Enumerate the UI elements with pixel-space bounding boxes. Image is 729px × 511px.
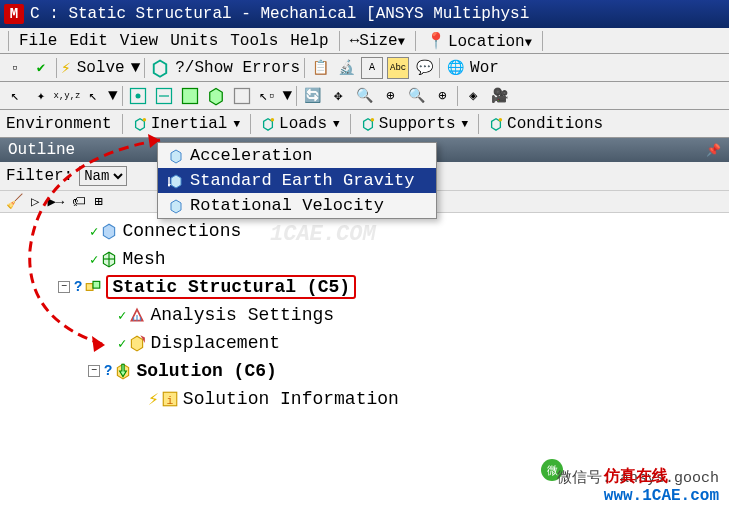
menu-units[interactable]: Units — [164, 32, 224, 50]
sel-dd[interactable]: ▼ — [283, 87, 293, 105]
svg-text:i: i — [166, 395, 173, 407]
watermark-center: 1CAE.COM — [270, 222, 376, 247]
svg-rect-5 — [182, 88, 197, 103]
dropdown-item-acceleration[interactable]: Acceleration — [158, 143, 436, 168]
svg-marker-0 — [154, 60, 167, 76]
wand-icon[interactable]: ✦ — [30, 85, 52, 107]
cursor-dd[interactable]: ▼ — [108, 87, 118, 105]
menu-size[interactable]: ↔Size▼ — [344, 32, 411, 50]
watermark-brand: 仿真在线 www.1CAE.com — [604, 466, 719, 505]
dropdown-item-rotational[interactable]: Rotational Velocity — [158, 193, 436, 218]
app-icon: M — [4, 4, 24, 24]
sel6-icon[interactable]: ↖▫ — [257, 85, 279, 107]
svg-point-15 — [499, 117, 503, 121]
menu-location[interactable]: 📍Location▼ — [420, 31, 538, 51]
conditions-button[interactable]: Conditions — [483, 115, 609, 133]
svg-marker-32 — [171, 175, 181, 188]
solution-icon — [114, 362, 132, 380]
inertial-dropdown: Acceleration Standard Earth Gravity Rota… — [157, 142, 437, 219]
svg-rect-7 — [234, 88, 249, 103]
cube-icon — [168, 148, 184, 164]
rotate-icon[interactable]: 🔄 — [301, 85, 323, 107]
svg-marker-31 — [171, 150, 181, 163]
svg-marker-6 — [209, 88, 222, 104]
pin-icon[interactable]: 📌 — [706, 143, 721, 158]
svg-point-11 — [271, 117, 275, 121]
sel4-icon[interactable] — [205, 85, 227, 107]
fit-icon[interactable]: ⊕ — [431, 85, 453, 107]
pan-icon[interactable]: ✥ — [327, 85, 349, 107]
item-label: Acceleration — [190, 146, 312, 165]
cursor2-icon[interactable]: ↖ — [82, 85, 104, 107]
sel5-icon[interactable] — [231, 85, 253, 107]
bolt-icon: ⚡ — [148, 388, 159, 410]
btn-new[interactable]: ▫ — [4, 57, 26, 79]
info-icon: i — [161, 390, 179, 408]
tree-node-solution-info[interactable]: ⚡ i Solution Information — [0, 385, 729, 413]
btn-ok[interactable]: ✔ — [30, 57, 52, 79]
collapse-toggle[interactable]: − — [88, 365, 100, 377]
zoom-icon[interactable]: 🔍 — [405, 85, 427, 107]
titlebar: M C : Static Structural - Mechanical [AN… — [0, 0, 729, 28]
dropdown-item-gravity[interactable]: Standard Earth Gravity — [158, 168, 436, 193]
cube-icon — [168, 198, 184, 214]
solve-button[interactable]: Solve — [77, 59, 125, 77]
sel3-icon[interactable] — [179, 85, 201, 107]
pin-icon: 📍 — [426, 33, 446, 51]
show-errors-button[interactable]: ?/Show Errors — [175, 59, 300, 77]
solve-dropdown[interactable]: ▼ — [131, 59, 141, 77]
cursor-icon[interactable]: ↖ — [4, 85, 26, 107]
separator — [8, 31, 9, 51]
separator — [339, 31, 340, 51]
iso-icon[interactable]: ◈ — [462, 85, 484, 107]
zoom-box-icon[interactable]: 🔍 — [353, 85, 375, 107]
cube-icon[interactable] — [149, 57, 171, 79]
menu-tools[interactable]: Tools — [224, 32, 284, 50]
menubar: File Edit View Units Tools Help ↔Size▼ 📍… — [0, 28, 729, 54]
item-label: Standard Earth Gravity — [190, 171, 414, 190]
icon-1[interactable]: 📋 — [309, 57, 331, 79]
gravity-icon — [168, 173, 184, 189]
window-title: C : Static Structural - Mechanical [ANSY… — [30, 5, 529, 23]
svg-marker-34 — [168, 184, 171, 187]
menu-file[interactable]: File — [13, 32, 63, 50]
svg-point-2 — [135, 93, 140, 98]
svg-marker-35 — [171, 200, 181, 213]
icon-2[interactable]: 🔬 — [335, 57, 357, 79]
svg-marker-37 — [92, 336, 105, 352]
sel1-icon[interactable] — [127, 85, 149, 107]
proj-icon[interactable]: 🎥 — [488, 85, 510, 107]
question-icon: ? — [104, 363, 112, 379]
loads-button[interactable]: Loads▼ — [255, 115, 346, 133]
separator — [415, 31, 416, 51]
toolbar-suffix: Wor — [470, 59, 499, 77]
separator — [542, 31, 543, 51]
zoom-fit-icon[interactable]: ⊕ — [379, 85, 401, 107]
xyz-icon[interactable]: x,y,z — [56, 85, 78, 107]
supports-button[interactable]: Supports▼ — [355, 115, 474, 133]
icon-text[interactable]: A — [361, 57, 383, 79]
icon-abc[interactable]: Abc — [387, 57, 409, 79]
menu-edit[interactable]: Edit — [63, 32, 113, 50]
lightning-icon: ⚡ — [61, 58, 71, 78]
sel2-icon[interactable] — [153, 85, 175, 107]
toolbar-view: ↖ ✦ x,y,z ↖ ▼ ↖▫ ▼ 🔄 ✥ 🔍 ⊕ 🔍 ⊕ ◈ 🎥 — [0, 82, 729, 110]
icon-comment[interactable]: 💬 — [413, 57, 435, 79]
svg-point-13 — [370, 117, 374, 121]
node-label: Solution Information — [183, 389, 399, 409]
item-label: Rotational Velocity — [190, 196, 384, 215]
menu-help[interactable]: Help — [284, 32, 334, 50]
svg-point-9 — [142, 117, 146, 121]
menu-view[interactable]: View — [114, 32, 164, 50]
world-icon[interactable]: 🌐 — [444, 57, 466, 79]
toolbar-solve: ▫ ✔ ⚡ Solve ▼ ?/Show Errors 📋 🔬 A Abc 💬 … — [0, 54, 729, 82]
node-label: Solution (C6) — [136, 361, 276, 381]
tree-node-solution[interactable]: − ? Solution (C6) — [0, 357, 729, 385]
